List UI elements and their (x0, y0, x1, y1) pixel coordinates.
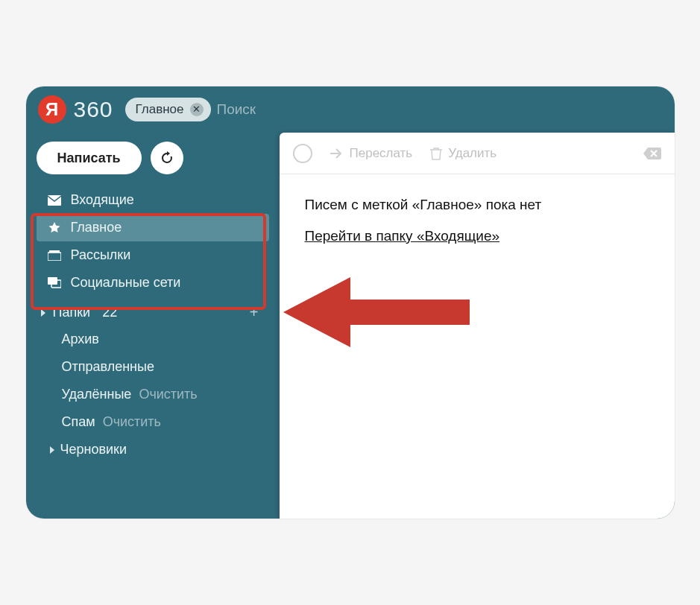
folder-label: Спам (62, 414, 95, 430)
folder-drafts[interactable]: Черновики (37, 436, 269, 463)
compose-button[interactable]: Написать (37, 142, 142, 174)
svg-rect-0 (48, 195, 61, 206)
folder-label: Удалённые (62, 387, 132, 402)
sidebar: Написать Входящие (26, 133, 280, 519)
mail-toolbar: Переслать Удалить (280, 133, 675, 174)
caret-right-icon (41, 309, 45, 317)
chat-icon (47, 277, 62, 289)
star-icon (47, 221, 62, 235)
sidebar-item-inbox[interactable]: Входящие (37, 186, 269, 214)
folder-spam[interactable]: Спам Очистить (37, 408, 269, 436)
folders-title: Папки (53, 305, 91, 320)
forward-button[interactable]: Переслать (330, 146, 413, 161)
logo-text: 360 (74, 97, 113, 122)
search-input[interactable]: Поиск (217, 101, 256, 118)
refresh-button[interactable] (151, 142, 183, 174)
folders-count: 22 (102, 305, 117, 320)
mail-icon (47, 195, 62, 206)
sidebar-label: Главное (71, 220, 122, 235)
sidebar-label: Входящие (71, 192, 134, 208)
svg-rect-2 (49, 250, 60, 253)
toolbar-label: Удалить (448, 146, 496, 161)
folder-archive[interactable]: Архив (37, 326, 269, 353)
folder-label: Черновики (60, 442, 127, 457)
main-panel: Переслать Удалить Писе (280, 133, 675, 519)
chip-label: Главное (136, 102, 184, 117)
close-icon[interactable]: ✕ (190, 103, 204, 116)
caret-right-icon (50, 446, 54, 454)
folder-label: Архив (62, 332, 99, 347)
add-folder-button[interactable]: + (250, 304, 259, 321)
topbar: Я 360 Главное ✕ Поиск (26, 86, 675, 133)
folder-list: Архив Отправленные Удалённые Очистить Сп… (37, 326, 269, 463)
tray-icon (47, 250, 62, 261)
search-filter-chip[interactable]: Главное ✕ (125, 98, 211, 121)
clear-action[interactable]: Очистить (139, 387, 197, 402)
clear-action[interactable]: Очистить (103, 414, 161, 430)
logo-y-icon: Я (38, 95, 66, 124)
sidebar-label: Рассылки (71, 247, 131, 263)
empty-message: Писем с меткой «Главное» пока нет (305, 197, 649, 213)
more-button[interactable] (643, 146, 661, 161)
sidebar-item-newsletters[interactable]: Рассылки (37, 241, 269, 269)
content-area: Писем с меткой «Главное» пока нет Перейт… (280, 174, 675, 267)
tag-x-icon (643, 146, 661, 161)
category-list: Входящие Главное Рассылки (37, 186, 269, 297)
search-bar[interactable]: Главное ✕ Поиск (125, 98, 663, 121)
sidebar-item-important[interactable]: Главное (37, 214, 269, 241)
sidebar-label: Социальные сети (71, 275, 181, 291)
svg-rect-1 (48, 253, 61, 261)
folders-toggle[interactable]: Папки 22 + (37, 297, 269, 326)
select-all-checkbox[interactable] (293, 144, 312, 163)
inbox-link[interactable]: Перейти в папку «Входящие» (305, 228, 500, 244)
folder-label: Отправленные (62, 359, 155, 375)
folder-trash[interactable]: Удалённые Очистить (37, 381, 269, 408)
delete-button[interactable]: Удалить (430, 146, 496, 161)
folder-sent[interactable]: Отправленные (37, 353, 269, 381)
logo[interactable]: Я 360 (38, 95, 113, 124)
sidebar-item-social[interactable]: Социальные сети (37, 269, 269, 297)
arrow-right-icon (330, 148, 344, 159)
svg-rect-3 (48, 277, 57, 285)
trash-icon (430, 147, 442, 160)
toolbar-label: Переслать (350, 146, 413, 161)
refresh-icon (160, 151, 174, 165)
